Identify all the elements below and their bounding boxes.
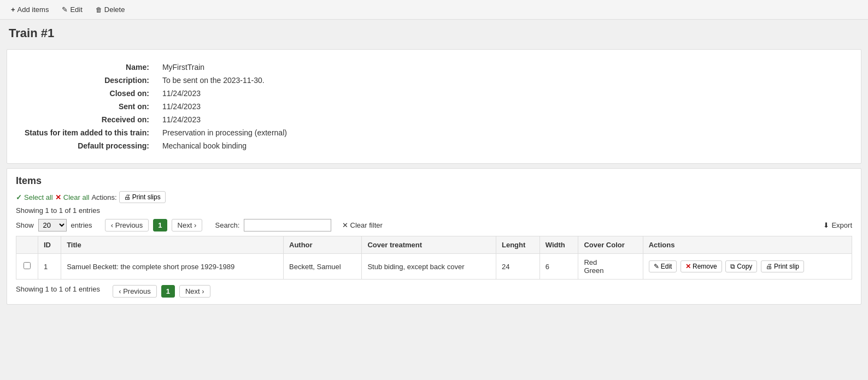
items-actions-bar: Select all Clear all Actions: Print slip… [16, 191, 852, 203]
entries-label: entries [71, 221, 92, 229]
name-label: Name: [20, 61, 154, 74]
next-button-bottom[interactable]: Next [179, 285, 210, 298]
row-lenght: 24 [496, 254, 540, 280]
row-edit-button[interactable]: Edit [649, 260, 677, 272]
select-all-link[interactable]: Select all [24, 193, 53, 201]
export-icon [823, 221, 829, 229]
prev-button-top[interactable]: Previous [105, 219, 149, 231]
edit-icon-row [654, 263, 659, 270]
edit-button[interactable]: Edit [60, 4, 84, 15]
actions-label: Actions: [91, 193, 116, 201]
prev-icon-top [111, 221, 113, 229]
col-title: Title [61, 236, 284, 254]
delete-icon [96, 5, 102, 14]
items-section: Items Select all Clear all Actions: Prin… [7, 168, 861, 305]
closed-on-label: Closed on: [20, 87, 154, 100]
export-button[interactable]: Export [823, 221, 852, 229]
col-lenght: Lenght [496, 236, 540, 254]
copy-icon-row [730, 263, 735, 270]
table-row: 1 Samuel Beckett: the complete short pro… [16, 254, 852, 280]
row-remove-button[interactable]: Remove [681, 260, 722, 272]
x-icon [55, 193, 61, 201]
closed-on-value: 11/24/2023 [154, 87, 848, 100]
prev-icon-bottom [119, 287, 121, 295]
show-label: Show [16, 221, 34, 229]
next-icon-top [194, 221, 196, 229]
edit-icon [62, 5, 68, 14]
sent-on-value: 11/24/2023 [154, 100, 848, 113]
row-checkbox[interactable] [24, 262, 31, 269]
print-slips-button[interactable]: Print slips [119, 191, 166, 203]
row-author: Beckett, Samuel [284, 254, 362, 280]
top-toolbar: Add items Edit Delete [0, 0, 868, 20]
col-cover-treatment: Cover treatment [362, 236, 496, 254]
sent-on-label: Sent on: [20, 100, 154, 113]
row-actions: Edit Remove Copy Print slip [643, 254, 852, 280]
col-checkbox [16, 236, 38, 254]
prev-button-bottom[interactable]: Previous [113, 285, 157, 298]
page-num-bottom: 1 [161, 285, 175, 298]
col-width: Width [539, 236, 578, 254]
bottom-pagination: Showing 1 to 1 of 1 entries Previous 1 N… [16, 285, 852, 298]
received-on-value: 11/24/2023 [154, 113, 848, 126]
name-value: MyFirstTrain [154, 61, 848, 74]
row-print-slip-button[interactable]: Print slip [761, 260, 804, 272]
row-id: 1 [38, 254, 61, 280]
status-label: Status for item added to this train: [20, 126, 154, 139]
add-items-button[interactable]: Add items [9, 4, 51, 15]
info-card: Name: MyFirstTrain Description: To be se… [7, 49, 861, 164]
default-processing-value: Mechanical book binding [154, 139, 848, 152]
items-title: Items [16, 175, 852, 187]
col-id: ID [38, 236, 61, 254]
row-width: 6 [539, 254, 578, 280]
clear-icon [342, 221, 348, 229]
check-icon [16, 193, 22, 201]
default-processing-label: Default processing: [20, 139, 154, 152]
col-author: Author [284, 236, 362, 254]
next-button-top[interactable]: Next [172, 219, 203, 231]
delete-button[interactable]: Delete [93, 4, 127, 15]
remove-icon-row [685, 263, 691, 270]
page-title: Train #1 [0, 20, 868, 45]
print-slip-icon-row [766, 263, 772, 270]
row-cover-color: Red Green [578, 254, 643, 280]
description-value: To be sent on the 2023-11-30. [154, 74, 848, 87]
row-title: Samuel Beckett: the complete short prose… [61, 254, 284, 280]
row-copy-button[interactable]: Copy [725, 260, 757, 272]
items-table: ID Title Author Cover treatment Lenght W… [16, 236, 852, 280]
description-label: Description: [20, 74, 154, 87]
col-actions: Actions [643, 236, 852, 254]
showing-text-bottom: Showing 1 to 1 of 1 entries [16, 285, 100, 293]
table-controls-top: Show 20 10 50 100 entries Previous 1 Nex… [16, 219, 852, 231]
showing-text-top: Showing 1 to 1 of 1 entries [16, 206, 852, 215]
search-label: Search: [215, 221, 240, 229]
print-icon [124, 193, 131, 201]
received-on-label: Received on: [20, 113, 154, 126]
page-num-top: 1 [153, 219, 167, 231]
show-entries-select[interactable]: 20 10 50 100 [38, 219, 67, 231]
col-cover-color: Cover Color [578, 236, 643, 254]
next-icon-bottom [202, 287, 204, 295]
status-value: Preservation in processing (external) [154, 126, 848, 139]
search-input[interactable] [244, 219, 331, 231]
clear-filter-button[interactable]: Clear filter [342, 221, 383, 229]
plus-icon [11, 5, 15, 14]
clear-all-link[interactable]: Clear all [63, 193, 90, 201]
row-cover-treatment: Stub biding, except back cover [362, 254, 496, 280]
